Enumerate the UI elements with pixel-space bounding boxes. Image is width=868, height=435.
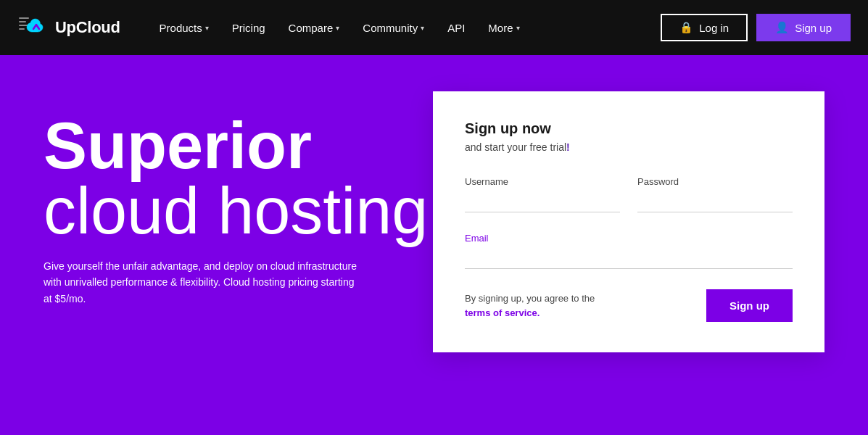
navbar-nav: Products ▾ Pricing Compare ▾ Community ▾… [149, 16, 661, 40]
terms-link[interactable]: terms of service. [465, 307, 540, 318]
nav-pricing[interactable]: Pricing [222, 16, 276, 40]
email-input[interactable] [465, 248, 793, 269]
svg-rect-2 [19, 25, 28, 26]
nav-community[interactable]: Community ▾ [352, 16, 434, 40]
username-label: Username [465, 176, 620, 187]
nav-more[interactable]: More ▾ [478, 16, 529, 40]
username-input[interactable] [465, 191, 620, 212]
username-field: Username [465, 176, 620, 212]
chevron-down-icon: ▾ [205, 24, 209, 32]
navbar: UpCloud Products ▾ Pricing Compare ▾ Com… [0, 0, 868, 55]
svg-rect-0 [19, 17, 29, 19]
chevron-down-icon: ▾ [336, 24, 339, 32]
password-field: Password [637, 176, 793, 212]
nav-compare[interactable]: Compare ▾ [278, 16, 350, 40]
email-field-container: Email [465, 233, 793, 269]
signup-card-subtitle: and start your free trial! [465, 141, 793, 153]
email-label: Email [465, 233, 793, 244]
password-input[interactable] [637, 191, 793, 212]
chevron-down-icon: ▾ [421, 24, 424, 32]
hero-section: Superior cloud hosting Give yourself the… [0, 55, 868, 435]
password-label: Password [637, 176, 793, 187]
signup-nav-button[interactable]: 👤 Sign up [756, 14, 851, 41]
nav-products[interactable]: Products ▾ [149, 16, 219, 40]
signup-card: Sign up now and start your free trial! U… [433, 91, 824, 352]
lock-icon: 🔒 [679, 21, 693, 34]
login-button[interactable]: 🔒 Log in [661, 14, 748, 41]
terms-text: By signing up, you agree to the terms of… [465, 291, 595, 320]
navbar-actions: 🔒 Log in 👤 Sign up [661, 14, 851, 41]
user-icon: 👤 [775, 21, 789, 34]
signup-card-button[interactable]: Sign up [706, 289, 793, 322]
signup-terms-row: By signing up, you agree to the terms of… [465, 289, 793, 322]
username-password-row: Username Password [465, 176, 793, 212]
hero-subtitle: Give yourself the unfair advantage, and … [44, 258, 363, 307]
logo-text: UpCloud [55, 18, 120, 37]
chevron-down-icon: ▾ [516, 24, 520, 32]
svg-rect-3 [19, 28, 25, 30]
hero-title-bold: Superior [44, 113, 433, 178]
nav-api[interactable]: API [437, 16, 475, 40]
logo-icon [17, 12, 49, 44]
svg-rect-1 [19, 21, 26, 22]
hero-title-light: cloud hosting [44, 178, 433, 244]
signup-card-title: Sign up now [465, 120, 793, 137]
logo[interactable]: UpCloud [17, 12, 120, 44]
hero-content: Superior cloud hosting Give yourself the… [44, 99, 433, 307]
